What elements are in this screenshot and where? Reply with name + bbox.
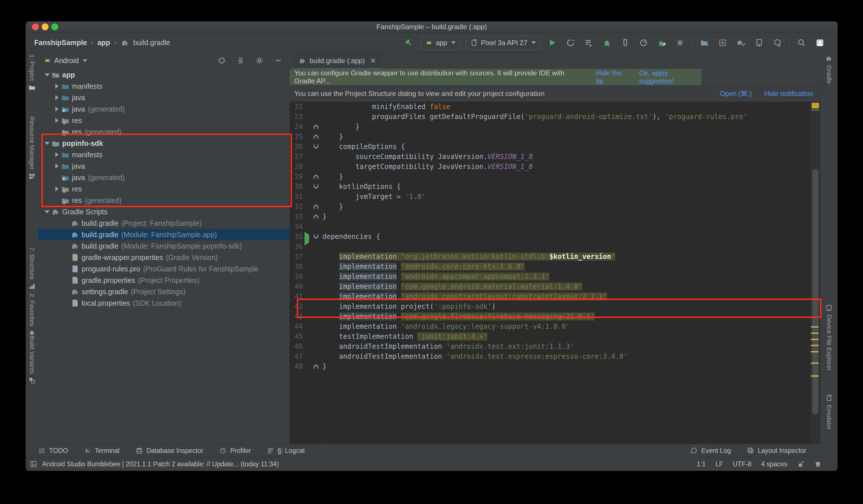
tab-build-gradle-app[interactable]: build.gradle (:app) ✕ [294,53,381,70]
code-line-41[interactable]: 41 implementation 'androidx.constraintla… [290,292,810,302]
scrollbar-thumb[interactable] [812,169,818,414]
tree-item-proguard-rules-pro[interactable]: proguard-rules.pro(ProGuard Rules for Fa… [38,263,290,275]
code-line-28[interactable]: 28 targetCompatibility JavaVersion.VERSI… [290,162,810,172]
fold-up-icon[interactable] [314,135,318,139]
tree-item-res[interactable]: res [38,183,290,194]
status-widget-1-1[interactable]: 1:1 [697,460,706,468]
toolwindow-button-profiler[interactable]: Profiler [219,447,251,455]
code-line-42[interactable]: 42 implementation project(':popinfo-sdk'… [290,302,810,312]
tree-item-app[interactable]: app [38,69,290,80]
apply-changes-button[interactable] [655,37,668,49]
tree-item-gradle-properties[interactable]: gradle.properties(Project Properties) [38,275,290,286]
window-titlebar[interactable]: FanshipSample – build.gradle (:app) [26,22,838,33]
tree-item-gradle-scripts[interactable]: Gradle Scripts [38,206,290,217]
device-manager-button[interactable] [716,37,729,49]
toolwindow-button-database-inspector[interactable]: Database Inspector [136,447,203,455]
tree-right-arrow-icon[interactable] [53,95,61,100]
tree-item-settings-gradle[interactable]: settings.gradle(Project Settings) [38,286,290,298]
tool-stripe-button-device-file-explorer[interactable]: Device File Explorer [821,304,838,371]
code-line-31[interactable]: 31 jvmTarget = '1.8' [290,192,810,202]
breadcrumb-item-build.gradle[interactable]: build.gradle [133,39,170,47]
open-project-structure-link[interactable]: Open (⌘;) [720,90,752,98]
fold-up-icon[interactable] [314,174,318,179]
toolwindow-button-6-logcat[interactable]: 6: Logcat [267,447,305,455]
fold-down-icon[interactable] [314,234,318,239]
run-configuration-select[interactable]: app [421,36,460,50]
code-line-47[interactable]: 47 androidTestImplementation 'androidx.t… [290,352,810,362]
tree-item-java[interactable]: java [38,92,290,103]
warning-stripe-mark[interactable] [811,363,819,364]
fold-up-icon[interactable] [314,204,318,209]
code-line-40[interactable]: 40 implementation 'com.google.android.ma… [290,282,810,292]
tree-right-arrow-icon[interactable] [53,152,61,157]
code-line-46[interactable]: 46 androidTestImplementation 'androidx.t… [290,342,810,352]
tree-item-gradle-wrapper-properties[interactable]: gradle-wrapper.properties(Gradle Version… [38,252,290,263]
tree-item-build-gradle[interactable]: build.gradle(Project: FanshipSample) [38,217,290,229]
avd-manager-button[interactable] [771,37,784,49]
code-line-39[interactable]: 39 implementation 'androidx.appcompat:ap… [290,272,810,282]
locate-file-button[interactable] [215,54,228,67]
fold-up-icon[interactable] [314,124,318,129]
breadcrumb-item-app[interactable]: app [97,39,110,47]
tree-item-manifests[interactable]: manifests [38,149,290,160]
warning-stripe-mark[interactable] [811,326,819,328]
tool-window-layout-icon[interactable] [30,460,37,468]
tool-stripe-button-resource-manager[interactable]: Resource Manager [26,116,38,180]
tree-down-arrow-icon[interactable] [43,142,51,145]
code-line-43[interactable]: 43 implementation 'com.google.firebase:f… [290,312,810,322]
debug-button[interactable] [601,37,613,49]
status-widget-utf-8[interactable]: UTF-8 [733,460,751,468]
tree-item-local-properties[interactable]: local.properties(SDK Location) [38,298,290,309]
profile-avatar[interactable] [814,37,826,49]
code-line-33[interactable]: 33} [290,212,810,222]
tree-right-arrow-icon[interactable] [53,106,61,112]
warning-stripe-mark[interactable] [811,345,819,346]
collapse-all-button[interactable] [234,54,247,67]
attach-debugger-button[interactable] [619,37,631,49]
toolwindow-button-terminal[interactable]: Terminal [84,447,120,455]
fold-up-icon[interactable] [314,364,318,369]
tool-stripe-button-2-favorites[interactable]: 2: Favorites [26,293,38,337]
code-line-24[interactable]: 24 } [290,122,810,132]
build-list-button[interactable] [583,37,595,49]
breadcrumb-item-FanshipSample[interactable]: FanshipSample [34,39,87,47]
code-line-25[interactable]: 25 } [290,132,810,142]
code-line-36[interactable]: 36 [290,242,810,252]
tree-item-res[interactable]: res(generated) [38,126,290,138]
code-line-38[interactable]: 38 implementation 'androidx.core:core-kt… [290,262,810,272]
tree-down-arrow-icon[interactable] [43,73,51,76]
tool-stripe-button-build-variants[interactable]: Build Variants [26,336,38,384]
close-icon[interactable]: ✕ [370,56,376,65]
tree-right-arrow-icon[interactable] [53,84,61,89]
tree-item-build-gradle[interactable]: build.gradle(Module: FanshipSample.app) [38,229,290,240]
code-line-35[interactable]: 35dependencies { [290,232,810,242]
tree-item-res[interactable]: res [38,115,290,126]
panel-settings-button[interactable] [253,54,266,67]
hide-panel-button[interactable] [272,54,285,67]
tree-item-java[interactable]: java(generated) [38,103,290,115]
tree-item-res[interactable]: res(generated) [38,194,290,206]
tool-stripe-button-7-structure[interactable]: 7: Structure [26,247,38,290]
daemon-face-icon[interactable] [814,460,822,468]
tool-stripe-button-emulator[interactable]: Emulator [821,394,838,430]
fold-down-icon[interactable] [314,144,318,149]
code-line-22[interactable]: 22 minifyEnabled false [290,102,810,112]
tree-item-java[interactable]: java [38,160,290,172]
toolwindow-button-event-log[interactable]: Event Log [690,447,731,455]
run-button[interactable] [546,37,559,49]
tree-right-arrow-icon[interactable] [53,164,61,169]
toolwindow-button-layout-inspector[interactable]: Layout Inspector [747,447,806,455]
tree-right-arrow-icon[interactable] [53,186,61,191]
stop-button[interactable] [674,37,686,49]
status-widget-4-spaces[interactable]: 4 spaces [761,460,787,468]
fold-down-icon[interactable] [314,184,318,189]
build-project-button[interactable] [402,37,415,49]
toolwindow-button-todo[interactable]: TODO [38,447,68,455]
code-line-32[interactable]: 32 } [290,202,810,212]
tree-item-build-gradle[interactable]: build.gradle(Module: FanshipSample.popin… [38,240,290,252]
warning-stripe-mark[interactable] [811,332,819,334]
code-line-34[interactable]: 34 [290,222,810,232]
breadcrumb[interactable]: FanshipSample›app›build.gradle [34,33,170,53]
sync-project-button[interactable] [698,37,711,49]
tree-item-manifests[interactable]: manifests [38,80,290,92]
